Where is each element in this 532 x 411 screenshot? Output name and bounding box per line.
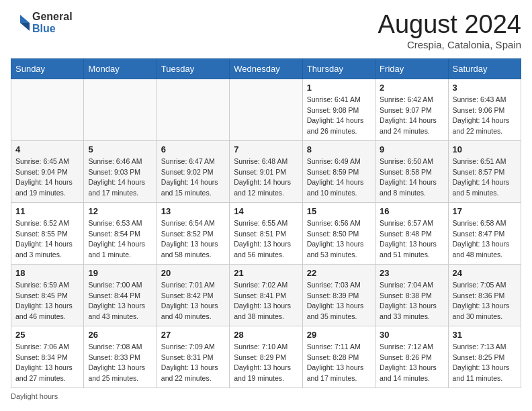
cell-w3-d3: 13Sunrise: 6:54 AMSunset: 8:52 PMDayligh… — [157, 202, 229, 264]
day-number: 31 — [453, 330, 517, 340]
day-info: Sunrise: 7:13 AMSunset: 8:25 PMDaylight:… — [453, 342, 517, 384]
day-info: Sunrise: 6:43 AMSunset: 9:06 PMDaylight:… — [453, 95, 517, 137]
cell-w4-d7: 24Sunrise: 7:05 AMSunset: 8:36 PMDayligh… — [448, 264, 521, 326]
day-info: Sunrise: 7:04 AMSunset: 8:38 PMDaylight:… — [380, 280, 443, 322]
day-info: Sunrise: 6:50 AMSunset: 8:58 PMDaylight:… — [380, 156, 443, 199]
cell-w4-d5: 22Sunrise: 7:03 AMSunset: 8:39 PMDayligh… — [302, 264, 375, 326]
day-number: 15 — [307, 206, 371, 216]
day-info: Sunrise: 6:57 AMSunset: 8:48 PMDaylight:… — [380, 218, 443, 261]
cell-w1-d6: 2Sunrise: 6:42 AMSunset: 9:07 PMDaylight… — [375, 79, 448, 140]
cell-w5-d6: 30Sunrise: 7:12 AMSunset: 8:26 PMDayligh… — [375, 326, 448, 387]
day-info: Sunrise: 7:08 AMSunset: 8:33 PMDaylight:… — [88, 342, 152, 384]
day-info: Sunrise: 7:11 AMSunset: 8:28 PMDaylight:… — [307, 342, 371, 384]
week-row-3: 11Sunrise: 6:52 AMSunset: 8:55 PMDayligh… — [11, 202, 521, 264]
day-info: Sunrise: 6:46 AMSunset: 9:03 PMDaylight:… — [88, 156, 152, 199]
cell-w3-d4: 14Sunrise: 6:55 AMSunset: 8:51 PMDayligh… — [230, 202, 302, 264]
day-info: Sunrise: 6:53 AMSunset: 8:54 PMDaylight:… — [88, 218, 152, 261]
daylight-label: Daylight hours — [11, 392, 58, 400]
logo: GeneralBlue — [11, 11, 73, 34]
day-number: 4 — [15, 144, 79, 154]
day-number: 23 — [380, 268, 443, 278]
calendar-title: August 2024 — [378, 11, 521, 39]
day-number: 28 — [234, 330, 298, 340]
day-number: 7 — [234, 144, 298, 154]
week-row-2: 4Sunrise: 6:45 AMSunset: 9:04 PMDaylight… — [11, 140, 521, 202]
day-info: Sunrise: 6:56 AMSunset: 8:50 PMDaylight:… — [307, 218, 371, 261]
day-info: Sunrise: 6:59 AMSunset: 8:45 PMDaylight:… — [15, 280, 79, 322]
cell-w2-d5: 8Sunrise: 6:49 AMSunset: 8:59 PMDaylight… — [302, 140, 375, 202]
week-row-4: 18Sunrise: 6:59 AMSunset: 8:45 PMDayligh… — [11, 264, 521, 326]
day-number: 19 — [88, 268, 152, 278]
day-number: 16 — [380, 206, 443, 216]
title-area: August 2024 Crespia, Catalonia, Spain — [378, 11, 521, 50]
day-number: 2 — [380, 83, 443, 93]
cell-w2-d7: 10Sunrise: 6:51 AMSunset: 8:57 PMDayligh… — [448, 140, 521, 202]
day-info: Sunrise: 6:42 AMSunset: 9:07 PMDaylight:… — [380, 95, 443, 137]
col-thursday: Thursday — [302, 58, 375, 79]
day-number: 6 — [161, 144, 225, 154]
svg-marker-0 — [20, 15, 30, 23]
day-info: Sunrise: 6:58 AMSunset: 8:47 PMDaylight:… — [453, 218, 517, 261]
day-info: Sunrise: 6:41 AMSunset: 9:08 PMDaylight:… — [307, 95, 371, 137]
day-number: 12 — [88, 206, 152, 216]
day-info: Sunrise: 6:49 AMSunset: 8:59 PMDaylight:… — [307, 156, 371, 199]
calendar-table: Sunday Monday Tuesday Wednesday Thursday… — [11, 58, 521, 388]
day-info: Sunrise: 6:47 AMSunset: 9:02 PMDaylight:… — [161, 156, 225, 199]
day-info: Sunrise: 7:05 AMSunset: 8:36 PMDaylight:… — [453, 280, 517, 322]
page-container: GeneralBlue August 2024 Crespia, Catalon… — [11, 11, 521, 400]
day-number: 9 — [380, 144, 443, 154]
cell-w1-d5: 1Sunrise: 6:41 AMSunset: 9:08 PMDaylight… — [302, 79, 375, 140]
day-number: 24 — [453, 268, 517, 278]
col-wednesday: Wednesday — [230, 58, 302, 79]
day-info: Sunrise: 6:45 AMSunset: 9:04 PMDaylight:… — [15, 156, 79, 199]
cell-w1-d7: 3Sunrise: 6:43 AMSunset: 9:06 PMDaylight… — [448, 79, 521, 140]
header: GeneralBlue August 2024 Crespia, Catalon… — [11, 11, 521, 50]
day-info: Sunrise: 6:54 AMSunset: 8:52 PMDaylight:… — [161, 218, 225, 261]
day-number: 17 — [453, 206, 517, 216]
day-number: 29 — [307, 330, 371, 340]
day-info: Sunrise: 6:51 AMSunset: 8:57 PMDaylight:… — [453, 156, 517, 199]
cell-w5-d4: 28Sunrise: 7:10 AMSunset: 8:29 PMDayligh… — [230, 326, 302, 387]
logo-blue-text: Blue — [32, 23, 73, 35]
day-number: 30 — [380, 330, 443, 340]
day-info: Sunrise: 7:06 AMSunset: 8:34 PMDaylight:… — [15, 342, 79, 384]
day-info: Sunrise: 7:01 AMSunset: 8:42 PMDaylight:… — [161, 280, 225, 322]
cell-w5-d2: 26Sunrise: 7:08 AMSunset: 8:33 PMDayligh… — [84, 326, 157, 387]
cell-w5-d1: 25Sunrise: 7:06 AMSunset: 8:34 PMDayligh… — [11, 326, 84, 387]
day-info: Sunrise: 7:00 AMSunset: 8:44 PMDaylight:… — [88, 280, 152, 322]
day-number: 8 — [307, 144, 371, 154]
cell-w3-d5: 15Sunrise: 6:56 AMSunset: 8:50 PMDayligh… — [302, 202, 375, 264]
calendar-header-row: Sunday Monday Tuesday Wednesday Thursday… — [11, 58, 521, 79]
cell-w3-d6: 16Sunrise: 6:57 AMSunset: 8:48 PMDayligh… — [375, 202, 448, 264]
cell-w4-d4: 21Sunrise: 7:02 AMSunset: 8:41 PMDayligh… — [230, 264, 302, 326]
cell-w1-d1 — [11, 79, 84, 140]
col-tuesday: Tuesday — [157, 58, 229, 79]
cell-w1-d4 — [230, 79, 302, 140]
calendar-subtitle: Crespia, Catalonia, Spain — [378, 39, 521, 50]
cell-w3-d7: 17Sunrise: 6:58 AMSunset: 8:47 PMDayligh… — [448, 202, 521, 264]
day-number: 11 — [15, 206, 79, 216]
day-info: Sunrise: 6:55 AMSunset: 8:51 PMDaylight:… — [234, 218, 298, 261]
day-number: 27 — [161, 330, 225, 340]
day-info: Sunrise: 6:52 AMSunset: 8:55 PMDaylight:… — [15, 218, 79, 261]
day-info: Sunrise: 7:09 AMSunset: 8:31 PMDaylight:… — [161, 342, 225, 384]
cell-w4-d2: 19Sunrise: 7:00 AMSunset: 8:44 PMDayligh… — [84, 264, 157, 326]
col-sunday: Sunday — [11, 58, 84, 79]
day-number: 14 — [234, 206, 298, 216]
week-row-5: 25Sunrise: 7:06 AMSunset: 8:34 PMDayligh… — [11, 326, 521, 387]
day-info: Sunrise: 7:03 AMSunset: 8:39 PMDaylight:… — [307, 280, 371, 322]
cell-w1-d3 — [157, 79, 229, 140]
day-number: 1 — [307, 83, 371, 93]
col-monday: Monday — [84, 58, 157, 79]
day-info: Sunrise: 6:48 AMSunset: 9:01 PMDaylight:… — [234, 156, 298, 199]
cell-w4-d6: 23Sunrise: 7:04 AMSunset: 8:38 PMDayligh… — [375, 264, 448, 326]
cell-w2-d2: 5Sunrise: 6:46 AMSunset: 9:03 PMDaylight… — [84, 140, 157, 202]
svg-marker-1 — [20, 23, 30, 31]
day-info: Sunrise: 7:12 AMSunset: 8:26 PMDaylight:… — [380, 342, 443, 384]
day-number: 5 — [88, 144, 152, 154]
day-number: 25 — [15, 330, 79, 340]
day-info: Sunrise: 7:10 AMSunset: 8:29 PMDaylight:… — [234, 342, 298, 384]
day-number: 21 — [234, 268, 298, 278]
cell-w2-d1: 4Sunrise: 6:45 AMSunset: 9:04 PMDaylight… — [11, 140, 84, 202]
cell-w2-d6: 9Sunrise: 6:50 AMSunset: 8:58 PMDaylight… — [375, 140, 448, 202]
